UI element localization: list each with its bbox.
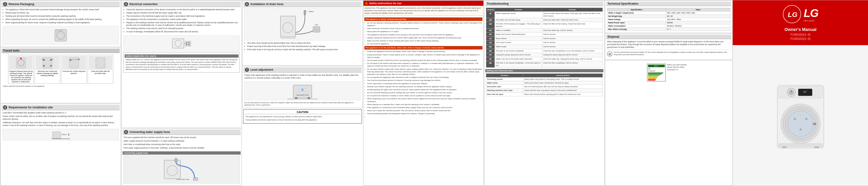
noise-cause-cell: Clicks and clunks noise connections. Dri… — [523, 81, 603, 85]
caution-box: CAUTION This appliance is not intended f… — [243, 109, 362, 124]
washer-svg: 40° — [773, 81, 829, 150]
meaning-cell: Motor locked — [495, 36, 542, 41]
column-6: Technical Specification Specification Va… — [605, 0, 733, 186]
svg-rect-38 — [164, 160, 180, 179]
bar-b — [648, 77, 657, 78]
noise-problem-cell: Excessive suds — [486, 85, 523, 89]
svg-rect-79 — [782, 147, 786, 148]
bar-aplus3 — [648, 72, 663, 73]
electrical-section: 4 Electrical connection Check the electr… — [121, 0, 242, 128]
energy-label-body: LG F14931DS — [648, 68, 665, 80]
troubleshooting-title: Troubleshooting — [487, 2, 508, 5]
svg-marker-18 — [79, 58, 80, 60]
safety-s2-i7: Use only the prescribed amount of soften… — [367, 79, 483, 82]
remove-packaging-content: The appliance is fitted with transit bol… — [2, 8, 120, 25]
trouble-code-row: FE Water is overfilled Close the water t… — [486, 28, 603, 33]
safety-body: This appliance is heavy. Transporting wa… — [364, 16, 484, 120]
meaning-cell: The filter of the hose(s) are clogged - … — [495, 22, 542, 28]
connecting-supply-hose-header: Connecting supply hose — [123, 151, 241, 155]
code-cell: LE — [486, 36, 495, 41]
svg-point-83 — [799, 128, 802, 131]
safety-s2-i3: Do not wash woolen clothes by hand or by… — [367, 59, 483, 62]
spec-name-cell: Max. Wash Load (kg) — [607, 28, 666, 31]
tb-step-4-text: Close the holes with the provided caps. — [91, 70, 110, 74]
safety-intro: Intended use: This appliance has been de… — [364, 6, 484, 16]
lg-tagline: Life's Good — [804, 20, 818, 22]
ws-high-pressure: If the water supply pressure is more tha… — [123, 147, 240, 150]
troubleshooting-header: Troubleshooting — [485, 2, 603, 6]
electrical-title: Electrical connection — [129, 3, 158, 6]
spec-value-cell: 2000W — [666, 21, 730, 24]
caution-text-1: This appliance is not intended for use b… — [245, 115, 360, 118]
svg-rect-44 — [280, 16, 296, 37]
disposal-text: When disposing of this appliance: it mus… — [607, 40, 730, 49]
la-content: Proper level adjustment of the washing m… — [244, 74, 361, 80]
safety-s2-i4: Do not wash in the articles that have be… — [367, 62, 483, 67]
spec-row: Rated Power Input 2000W — [607, 21, 730, 24]
energy-labels: A+++ LG F14931DS — [608, 63, 730, 82]
tb-step-2-img — [36, 56, 59, 70]
setting-noise-header: Setting and cleaning noise — [485, 69, 603, 72]
tb-step-1: Fragment internal dome pin by pushing th… — [8, 55, 34, 84]
level-adjustment-content: Proper level adjustment of the washing m… — [243, 73, 362, 81]
meaning-cell: Water heater — [495, 44, 542, 49]
safety-header: ⚠ Safety instructions for use — [364, 1, 484, 6]
energy-label-1: A+++ LG F14931DS — [647, 64, 666, 81]
action-cell: Close the water tap. Unplug the power pl… — [542, 57, 602, 61]
noise-cause-cell: Has not entered power after last min his… — [523, 85, 603, 89]
trouble-code-row: LE Motor locked Call for service. — [486, 36, 603, 41]
tech-spec-header: Technical Specification — [606, 2, 731, 6]
tb-step-2: Removes the 4 bolts and plastic bumpings… — [35, 55, 60, 84]
code-cell: PE — [486, 33, 495, 37]
requirements-content: Level floor: Permissible floor gradient … — [2, 111, 120, 128]
trouble-code-row: UE The filter of the hose(s) are clogged… — [486, 22, 603, 28]
lg-text-block: LG Life's Good — [804, 7, 818, 22]
bar-a — [648, 76, 658, 77]
svg-text:Adjustable feet: Adjustable feet — [297, 94, 309, 96]
washer-image-area: 40° — [733, 45, 868, 186]
svg-point-24 — [103, 65, 105, 67]
code-cell: tE — [486, 57, 495, 61]
spec-col-value: Value — [666, 8, 730, 11]
dh-note-2: Proper securing of the drain hose to the… — [247, 45, 361, 48]
noise-cause-cell: Check that the door is properly closed. … — [523, 89, 603, 92]
caution-header: CAUTION — [244, 111, 361, 114]
safety-details-content: Safety Details (For U.K. Users) This app… — [125, 58, 239, 71]
rp-item-1: The appliance is fitted with transit bol… — [5, 8, 119, 11]
noise-table-content: Problem Cause/Solution Drumming sound He… — [485, 73, 603, 97]
trouble-code-row: CE Over-load in motor Call for service. — [486, 41, 603, 45]
meaning-cell: Water is overfilled — [495, 28, 542, 33]
before-use-text: Before you read carefully please read th… — [667, 64, 690, 71]
safety-s1-list: Do not use abrasive cleaning products, c… — [364, 22, 483, 45]
noise-cause-cell: Wait a few minutes before opening door t… — [523, 92, 603, 96]
lg-brand-text: LG — [804, 7, 818, 20]
code-cell: UE — [486, 22, 495, 28]
spec-name-cell: Water consumption — [607, 24, 666, 28]
meaning-cell: Over-load in motor — [495, 41, 542, 45]
svg-point-57 — [302, 89, 304, 91]
safety-s1-i1: Do not use abrasive cleaning products, c… — [367, 22, 483, 27]
svg-rect-29 — [68, 134, 69, 135]
spec-row: Width x Height x Depth (mm) 600 x 845 x … — [607, 11, 730, 14]
elec-item-1: Check the electrical connection of the d… — [126, 8, 240, 11]
noise-col-problem: Problem — [486, 73, 523, 77]
req-power-socket: Power socket: Must be within 150 cm of e… — [3, 115, 119, 121]
disposal-section: Disposal When disposing of this applianc… — [605, 33, 733, 60]
water-supply-section: 5 Connecting water supply hose The hose … — [121, 128, 242, 186]
noise-problem-cell: Water noise — [486, 81, 523, 85]
owners-manual-wrapper: LG LG Life's Good Owner's Manual F14931D… — [733, 0, 868, 186]
level-adjustment-section: 7 Level adjustment Proper level adjustme… — [242, 66, 363, 108]
trouble-code-row: IE Water supply tap closed Check another… — [486, 11, 603, 18]
elec-item-4: The appliance must be connected to a pro… — [126, 18, 240, 21]
svg-point-22 — [103, 59, 105, 61]
remove-packaging-title: Remove Packaging — [9, 3, 34, 6]
svg-point-82 — [805, 118, 808, 120]
ws-note-1: The hose supplied with the machine shoul… — [123, 136, 240, 139]
svg-rect-49 — [313, 27, 320, 32]
safety-s2-header: This appliance is for fire and flame. Ot… — [364, 46, 483, 50]
code-cell: PF — [486, 53, 495, 57]
floor-diagram: 150cm — [3, 129, 119, 141]
svg-text:40°: 40° — [803, 91, 807, 93]
bar-aplus2 — [648, 74, 661, 74]
lg-cover: LG LG Life's Good Owner's Manual F14931D… — [733, 0, 868, 45]
